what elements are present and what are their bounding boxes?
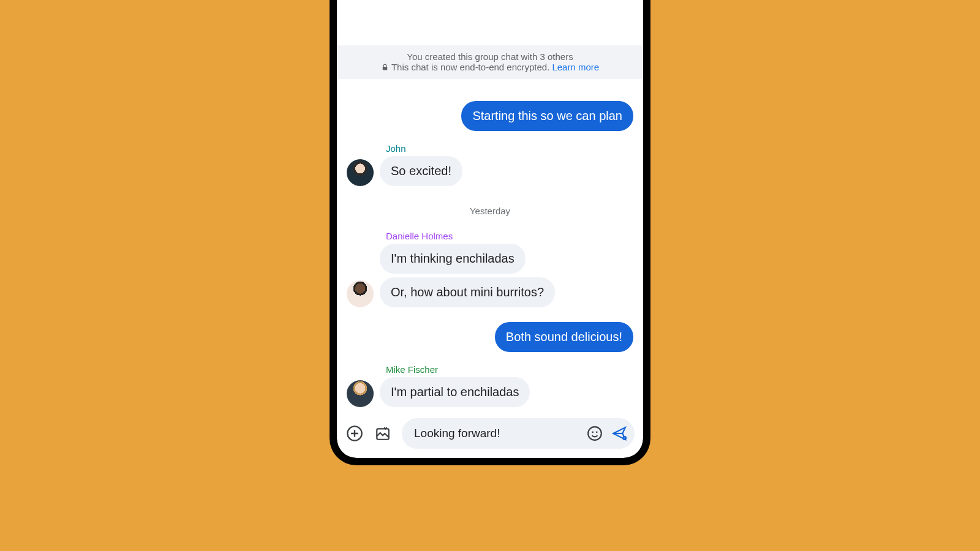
- bubble-text: Both sound delicious!: [495, 322, 633, 352]
- learn-more-link[interactable]: Learn more: [552, 62, 599, 72]
- message-incoming-danielle-1[interactable]: I'm thinking enchiladas: [347, 244, 633, 274]
- phone-screen: You created this group chat with 3 other…: [337, 0, 643, 458]
- avatar-danielle[interactable]: [347, 280, 374, 307]
- bubble-text: Or, how about mini burritos?: [380, 277, 555, 307]
- lock-icon: [381, 63, 389, 71]
- date-separator: Yesterday: [347, 206, 633, 216]
- gallery-button[interactable]: [374, 424, 392, 443]
- svg-point-5: [588, 427, 601, 440]
- phone-frame: You created this group chat with 3 other…: [330, 0, 650, 465]
- svg-point-7: [596, 431, 598, 433]
- compose-input[interactable]: Looking forward!: [402, 418, 635, 449]
- bubble-text: Starting this so we can plan: [461, 101, 633, 131]
- info-banner: You created this group chat with 3 other…: [337, 45, 643, 79]
- sender-label-john: John: [386, 143, 633, 154]
- bubble-text: I'm partial to enchiladas: [380, 377, 530, 407]
- sender-label-mike: Mike Fischer: [386, 364, 633, 375]
- sender-label-danielle: Danielle Holmes: [386, 231, 633, 241]
- message-incoming-danielle-2[interactable]: Or, how about mini burritos?: [347, 277, 633, 307]
- banner-encrypted-text: This chat is now end-to-end encrypted.: [391, 62, 549, 72]
- message-outgoing-2[interactable]: Both sound delicious!: [347, 322, 633, 352]
- messages-list[interactable]: Starting this so we can plan John So exc…: [337, 79, 643, 413]
- nav-bar: [337, 452, 643, 458]
- avatar-john[interactable]: [347, 159, 374, 186]
- message-incoming-john[interactable]: So excited!: [347, 156, 633, 186]
- banner-line1: You created this group chat with 3 other…: [347, 51, 633, 62]
- bubble-text: So excited!: [380, 156, 462, 186]
- bubble-text: I'm thinking enchiladas: [380, 244, 526, 274]
- send-button[interactable]: [610, 424, 628, 443]
- emoji-button[interactable]: [586, 424, 604, 443]
- compose-bar: Looking forward!: [337, 413, 643, 452]
- svg-rect-10: [624, 438, 625, 439]
- add-attachment-button[interactable]: [345, 424, 364, 443]
- spacer: [337, 0, 643, 45]
- svg-point-6: [592, 431, 594, 433]
- message-incoming-mike[interactable]: I'm partial to enchiladas: [347, 377, 633, 407]
- banner-line2: This chat is now end-to-end encrypted. L…: [381, 62, 599, 72]
- compose-text: Looking forward!: [414, 427, 579, 440]
- avatar-mike[interactable]: [347, 380, 374, 407]
- message-outgoing[interactable]: Starting this so we can plan: [347, 101, 633, 131]
- svg-rect-0: [383, 67, 388, 70]
